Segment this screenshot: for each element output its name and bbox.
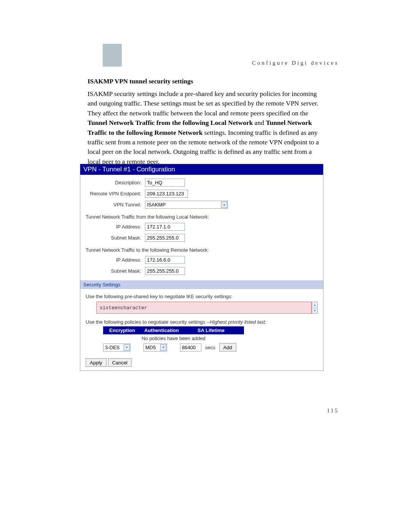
security-settings-heading: Security Settings xyxy=(80,280,323,289)
policy-table: Encryption Authentication SA Lifetime No… xyxy=(103,326,244,342)
apply-button[interactable]: Apply xyxy=(86,358,107,367)
secs-label: secs xyxy=(203,345,218,350)
policy-label: Use the following policies to negotiate … xyxy=(86,319,318,325)
select-vpn-tunnel-value: ISAKMP xyxy=(147,202,166,208)
no-policies-text: No policies have been added xyxy=(103,334,244,342)
row-description: Description: xyxy=(86,179,318,187)
row-local-mask: Subnet Mask: xyxy=(86,234,318,242)
chevron-down-icon: ▾ xyxy=(221,201,227,208)
body-text-2: and xyxy=(253,119,266,126)
panel-body: Description: Remote VPN Endpoint: VPN Tu… xyxy=(80,175,323,371)
panel-title: VPN - Tunnel #1 - Configuration xyxy=(80,164,323,175)
policy-label-plain: Use the following policies to negotiate … xyxy=(86,319,210,325)
input-sa-lifetime[interactable] xyxy=(180,343,201,351)
cancel-button[interactable]: Cancel xyxy=(108,358,132,367)
select-encryption-value: 3-DES xyxy=(105,345,119,350)
row-remote-mask: Subnet Mask: xyxy=(86,267,318,275)
input-description[interactable] xyxy=(145,179,185,187)
label-local-ip: IP Address: xyxy=(86,224,145,230)
label-description: Description: xyxy=(86,180,145,185)
body-bold-1: Tunnel Network Traffic from the followin… xyxy=(88,119,253,126)
scroll-down-icon[interactable]: ▾ xyxy=(312,308,317,314)
policy-form-row: 3-DES ▾ MD5 ▾ secs Add xyxy=(103,343,318,351)
policy-label-italic: Highest priority listed last: xyxy=(210,319,266,325)
input-local-mask[interactable] xyxy=(145,234,185,242)
scroll-up-icon[interactable]: ▴ xyxy=(312,302,317,308)
row-remote-ip: IP Address: xyxy=(86,256,318,264)
row-vpn-tunnel: VPN Tunnel: ISAKMP ▾ xyxy=(86,201,318,209)
chevron-down-icon: ▾ xyxy=(124,344,130,351)
add-button[interactable]: Add xyxy=(219,343,236,351)
content-area: ISAKMP VPN tunnel security settings ISAK… xyxy=(88,78,323,166)
psk-row: ▴ ▾ xyxy=(96,302,318,314)
select-authentication[interactable]: MD5 ▾ xyxy=(143,343,167,351)
input-preshared-key[interactable] xyxy=(96,302,312,314)
remote-network-heading: Tunnel Network Traffic to the following … xyxy=(86,247,318,253)
input-remote-mask[interactable] xyxy=(145,267,185,275)
button-row: Apply Cancel xyxy=(86,358,318,367)
select-vpn-tunnel[interactable]: ISAKMP ▾ xyxy=(145,201,228,209)
body-paragraph: ISAKMP security settings include a pre-s… xyxy=(88,89,323,166)
local-network-heading: Tunnel Network Traffic from the followin… xyxy=(86,214,318,220)
label-local-mask: Subnet Mask: xyxy=(86,235,145,241)
label-remote-endpoint: Remote VPN Endpoint: xyxy=(86,191,145,197)
col-encryption: Encryption xyxy=(103,326,141,334)
config-panel: VPN - Tunnel #1 - Configuration Descript… xyxy=(80,164,323,371)
label-remote-ip: IP Address: xyxy=(86,257,145,263)
select-authentication-value: MD5 xyxy=(145,345,156,350)
section-title: ISAKMP VPN tunnel security settings xyxy=(88,78,323,85)
psk-scrollbar[interactable]: ▴ ▾ xyxy=(312,302,318,314)
row-remote-endpoint: Remote VPN Endpoint: xyxy=(86,190,318,198)
chevron-down-icon: ▾ xyxy=(160,344,166,351)
input-remote-endpoint[interactable] xyxy=(145,190,188,198)
input-remote-ip[interactable] xyxy=(145,256,185,264)
label-remote-mask: Subnet Mask: xyxy=(86,268,145,274)
select-encryption[interactable]: 3-DES ▾ xyxy=(103,343,131,351)
body-text-1: ISAKMP security settings include a pre-s… xyxy=(88,90,319,117)
label-vpn-tunnel: VPN Tunnel: xyxy=(86,202,145,208)
col-sa-lifetime: SA Lifetime xyxy=(194,326,244,334)
page-header: Configure Digi devices xyxy=(252,60,339,66)
page-number: 115 xyxy=(327,407,339,414)
col-authentication: Authentication xyxy=(141,326,194,334)
row-local-ip: IP Address: xyxy=(86,223,318,231)
psk-label: Use the following pre-shared key to nego… xyxy=(86,294,318,299)
policy-table-header: Encryption Authentication SA Lifetime xyxy=(103,326,244,334)
input-local-ip[interactable] xyxy=(145,223,185,231)
decorative-bar xyxy=(103,44,122,67)
